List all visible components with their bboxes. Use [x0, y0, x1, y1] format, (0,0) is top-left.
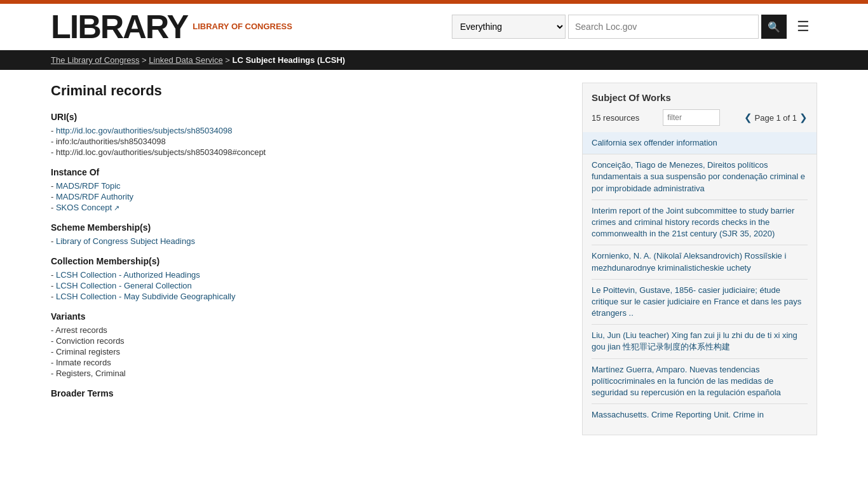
instance-of-2: - MADS/RDF Authority [51, 192, 557, 201]
scheme-link-1[interactable]: Library of Congress Subject Headings [56, 236, 195, 246]
header: LIBRARY LIBRARY OF CONGRESS Everything B… [0, 4, 868, 50]
uri-link-1[interactable]: http://id.loc.gov/authorities/subjects/s… [56, 126, 233, 135]
collection-label: Collection Membership(s) [51, 256, 557, 266]
logo-library-text: LIBRARY [51, 10, 187, 43]
hamburger-icon: ☰ [797, 18, 810, 35]
next-page-link[interactable]: ❯ [799, 112, 808, 123]
search-select[interactable]: Everything Books/Printed Material Manusc… [452, 15, 566, 39]
subject-panel-controls: 15 resources ❮ Page 1 of 1 ❯ [592, 109, 808, 126]
search-area: Everything Books/Printed Material Manusc… [452, 15, 817, 39]
uris-label: URI(s) [51, 112, 557, 122]
subject-list: California sex offender information Conc… [592, 132, 808, 426]
variants-label: Variants [51, 311, 557, 322]
pagination: ❮ Page 1 of 1 ❯ [744, 112, 808, 123]
list-item[interactable]: Conceição, Tiago de Menezes, Direitos po… [592, 154, 808, 200]
main-content: Criminal records URI(s) - http://id.loc.… [0, 70, 868, 448]
subject-panel: Subject Of Works 15 resources ❮ Page 1 o… [582, 83, 817, 435]
breadcrumb: The Library of Congress > Linked Data Se… [0, 50, 868, 70]
broader-label: Broader Terms [51, 388, 557, 398]
list-item[interactable]: California sex offender information [583, 132, 817, 154]
page-title: Criminal records [51, 83, 557, 99]
prev-page-link[interactable]: ❮ [744, 112, 752, 123]
uri-item-3: - http://id.loc.gov/authorities/subjects… [51, 147, 557, 157]
variant-1: - Arrest records [51, 325, 557, 335]
variant-3: - Criminal registers [51, 347, 557, 356]
menu-button[interactable]: ☰ [789, 15, 817, 39]
search-icon: 🔍 [768, 21, 780, 33]
collection-link-1[interactable]: LCSH Collection - Authorized Headings [56, 270, 200, 280]
instance-of-link-2[interactable]: MADS/RDF Authority [56, 192, 133, 201]
list-item[interactable]: Martínez Guerra, Amparo. Nuevas tendenci… [592, 359, 808, 405]
scheme-label: Scheme Membership(s) [51, 222, 557, 233]
uri-item-1: - http://id.loc.gov/authorities/subjects… [51, 126, 557, 135]
instance-of-1: - MADS/RDF Topic [51, 181, 557, 191]
collection-item-3: - LCSH Collection - May Subdivide Geogra… [51, 292, 557, 301]
logo-subtitle: LIBRARY OF CONGRESS [193, 22, 292, 32]
list-item[interactable]: Massachusetts. Crime Reporting Unit. Cri… [592, 404, 808, 426]
list-item[interactable]: Interim report of the Joint subcommittee… [592, 200, 808, 246]
list-item[interactable]: Liu, Jun (Liu teacher) Xing fan zui ji l… [592, 325, 808, 358]
subject-panel-title: Subject Of Works [592, 92, 808, 103]
resources-count: 15 resources [592, 113, 639, 123]
collection-item-2: - LCSH Collection - General Collection [51, 281, 557, 290]
right-panel: Subject Of Works 15 resources ❮ Page 1 o… [582, 83, 817, 435]
scheme-item-1: - Library of Congress Subject Headings [51, 236, 557, 246]
instance-of-3: - SKOS Concept [51, 203, 557, 212]
instance-of-link-1[interactable]: MADS/RDF Topic [56, 181, 121, 191]
uri-item-2: - info:lc/authorities/sh85034098 [51, 137, 557, 146]
collection-link-3[interactable]: LCSH Collection - May Subdivide Geograph… [56, 292, 236, 301]
collection-item-1: - LCSH Collection - Authorized Headings [51, 270, 557, 280]
instance-of-link-3[interactable]: SKOS Concept [56, 203, 119, 212]
filter-input[interactable] [663, 109, 720, 126]
breadcrumb-linked-data[interactable]: Linked Data Service [149, 55, 222, 65]
breadcrumb-loc[interactable]: The Library of Congress [51, 55, 139, 65]
list-item[interactable]: Le Poittevin, Gustave, 1856- casier judi… [592, 280, 808, 325]
pagination-text: Page 1 of 1 [755, 113, 797, 123]
instance-of-label: Instance Of [51, 167, 557, 177]
list-item[interactable]: Kornienko, N. A. (Nikolaĭ Aleksandrovich… [592, 245, 808, 279]
variant-2: - Conviction records [51, 336, 557, 346]
collection-link-2[interactable]: LCSH Collection - General Collection [56, 281, 192, 290]
search-button[interactable]: 🔍 [761, 15, 787, 39]
variant-5: - Registers, Criminal [51, 369, 557, 378]
search-input[interactable] [568, 15, 759, 39]
variant-4: - Inmate records [51, 358, 557, 367]
logo-area: LIBRARY LIBRARY OF CONGRESS [51, 10, 292, 43]
breadcrumb-current: LC Subject Headings (LCSH) [232, 55, 345, 65]
left-panel: Criminal records URI(s) - http://id.loc.… [51, 83, 557, 435]
